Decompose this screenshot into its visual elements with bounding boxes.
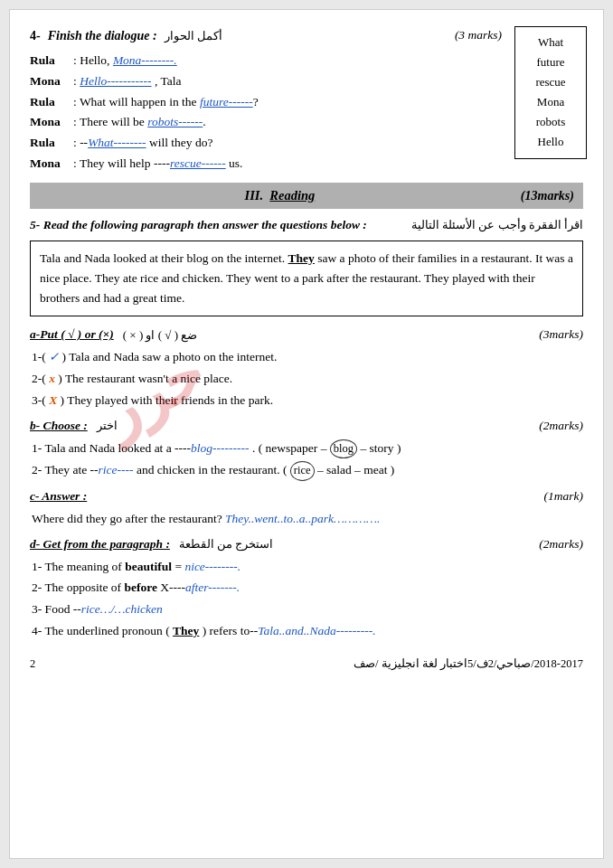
section4-header: 4- Finish the dialogue : أكمل الحوار (3 …: [30, 26, 583, 46]
speaker-mona-3: Mona: [30, 155, 73, 174]
paragraph-they: They: [288, 251, 315, 265]
partd-q3-answer: rice…/…chicken: [81, 602, 163, 616]
exam-page: WhatfuturerescueMonarobotsHello 4- Finis…: [9, 9, 604, 859]
partb-q2-filled: rice----: [99, 463, 134, 476]
partc-marks: (1mark): [544, 487, 584, 506]
partd-title: d- Get from the paragraph :: [30, 535, 170, 554]
parta-q2: 2-( x ) The restaurant wasn't a nice pla…: [30, 370, 583, 389]
partd-marks: (2marks): [539, 535, 583, 554]
parta-title: a-Put ( √ ) or (×): [30, 326, 114, 344]
dialogue-line-2: Mona : Hello----------- , Tala: [30, 72, 583, 91]
word-box-content: WhatfuturerescueMonarobotsHello: [524, 33, 577, 153]
partc-answer: They..went..to..a..park………….: [225, 512, 380, 525]
partb-arabic: اختر: [97, 417, 118, 435]
reading-marks: (13marks): [521, 186, 574, 206]
reading-title: III. Reading: [245, 185, 316, 205]
partd-q4-bold: They: [173, 624, 199, 637]
filled-mona: Mona--------.: [113, 53, 177, 67]
paragraph-text-1: Tala and Nada looked at their blog on th…: [40, 251, 288, 265]
speaker-mona-1: Mona: [30, 72, 73, 91]
partd-q1-answer: nice--------.: [184, 560, 240, 573]
partd-q2: 2- The opposite of before X----after----…: [30, 579, 583, 598]
partd-q1: 1- The meaning of beautiful = nice------…: [30, 558, 583, 577]
partb-title: b- Choose :: [30, 417, 88, 436]
speaker-mona-2: Mona: [30, 113, 73, 132]
section4-arabic: أكمل الحوار: [165, 27, 222, 45]
section5-header: 5- Read the following paragraph then ans…: [30, 216, 583, 235]
line-text-4: : There will be robots------.: [73, 113, 206, 132]
partb-header: b- Choose : اختر (2marks): [30, 417, 583, 436]
parta-q1-mark: ✓: [49, 350, 59, 363]
filled-future: future------: [200, 95, 253, 108]
filled-what: What--------: [88, 136, 146, 149]
parta-header: a-Put ( √ ) or (×) ضع ( √ ) او ( × ) (3m…: [30, 326, 583, 344]
line-text-1: : Hello, Mona--------.: [73, 52, 177, 71]
dialogue-line-6: Mona : They will help ----rescue------ u…: [30, 155, 583, 174]
partd-header: d- Get from the paragraph : استخرج من ال…: [30, 535, 583, 554]
dialogue-container: Rula : Hello, Mona--------. Mona : Hello…: [30, 52, 583, 175]
dialogue-line-5: Rula : --What-------- will they do?: [30, 134, 583, 153]
partc-header: c- Answer : (1mark): [30, 487, 583, 506]
partd-q4: 4- The underlined pronoun ( They ) refer…: [30, 622, 583, 641]
dialogue-line-3: Rula : What will happen in the future---…: [30, 93, 583, 112]
partc-title: c- Answer :: [30, 487, 87, 506]
partb-q1-circled: blog: [330, 439, 357, 458]
dialogue-line-4: Mona : There will be robots------.: [30, 113, 583, 132]
dialogue-line-1: Rula : Hello, Mona--------.: [30, 52, 583, 71]
section4-title: Finish the dialogue :: [48, 26, 157, 46]
partd-q2-bold: before: [124, 580, 157, 594]
partb-questions: 1- Tala and Nada looked at a ----blog---…: [30, 439, 583, 481]
section5-arabic: اقرأ الفقرة وأجب عن الأسئلة التالية: [411, 216, 583, 234]
line-text-2: : Hello----------- , Tala: [73, 72, 182, 91]
reading-divider: III. Reading (13marks): [30, 183, 583, 208]
parta-q1: 1-( ✓ ) Tala and Nada saw a photo on the…: [30, 348, 583, 367]
section4-number: 4-: [30, 26, 41, 46]
partc-question: Where did they go after the restaurant? …: [30, 510, 583, 529]
partd-questions: 1- The meaning of beautiful = nice------…: [30, 558, 583, 642]
footer-page-num: 2: [30, 656, 35, 673]
partd-q1-bold: beautiful: [125, 560, 172, 573]
line-text-5: : --What-------- will they do?: [73, 134, 212, 153]
filled-robots: robots------: [147, 115, 203, 128]
partd-arabic: استخرج من القطعة: [179, 535, 274, 553]
speaker-rula-3: Rula: [30, 134, 73, 153]
line-text-3: : What will happen in the future------?: [73, 93, 259, 112]
word-box: WhatfuturerescueMonarobotsHello: [514, 26, 587, 159]
line-text-6: : They will help ----rescue------ us.: [73, 155, 242, 174]
parta-q2-mark: x: [49, 372, 55, 385]
partb-marks: (2marks): [539, 417, 583, 436]
partd-q2-answer: after-------.: [185, 580, 240, 594]
footer-left: 2018-2017/صباحي/2ف/5اختبار لغة انجليزية …: [354, 656, 583, 673]
partb-q1: 1- Tala and Nada looked at a ----blog---…: [30, 439, 583, 458]
parta-questions: 1-( ✓ ) Tala and Nada saw a photo on the…: [30, 348, 583, 410]
partb-q2: 2- They ate --rice---- and chicken in th…: [30, 461, 583, 480]
partb-q2-circled: rice: [290, 461, 315, 480]
filled-rescue: rescue------: [170, 156, 226, 170]
section4-marks: (3 marks): [455, 26, 502, 45]
section5-title: 5- Read the following paragraph then ans…: [30, 216, 367, 235]
paragraph-box: Tala and Nada looked at their blog on th…: [30, 241, 583, 317]
parta-arabic: ضع ( √ ) او ( × ): [123, 326, 198, 344]
parta-q3-mark: X: [49, 393, 57, 407]
filled-hello: Hello-----------: [80, 74, 151, 88]
partb-q1-filled: blog---------: [191, 441, 249, 455]
page-footer: 2018-2017/صباحي/2ف/5اختبار لغة انجليزية …: [30, 656, 583, 673]
partd-q4-answer: Tala..and..Nada---------.: [258, 624, 375, 637]
parta-marks: (3marks): [539, 326, 583, 344]
partd-q3: 3- Food --rice…/…chicken: [30, 600, 583, 619]
speaker-rula-1: Rula: [30, 52, 73, 71]
speaker-rula-2: Rula: [30, 93, 73, 112]
parta-q3: 3-( X ) They played with their friends i…: [30, 392, 583, 410]
